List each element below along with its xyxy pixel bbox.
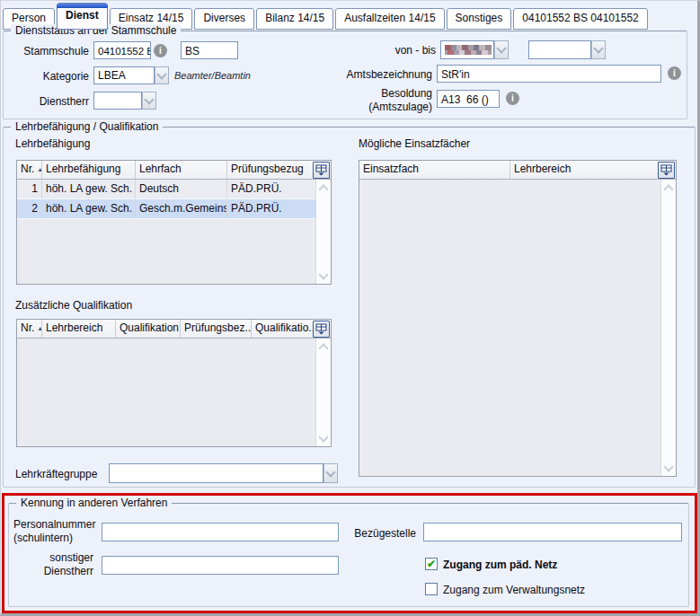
amtsbezeichnung-info-icon[interactable]	[668, 66, 681, 80]
cell-lehrbefaehigung: höh. LA gew. Sch.	[42, 199, 136, 218]
lehrbefaehigung-table: Nr. Lehrbefähigung Lehrfach Prüfungsbezu…	[16, 160, 332, 285]
dienstherr-dropdown-icon[interactable]	[142, 92, 156, 110]
column-chooser-icon	[315, 323, 327, 335]
column-chooser-button[interactable]	[313, 321, 330, 338]
cell-nr: 1	[17, 180, 42, 198]
dienstherr-combobox[interactable]	[93, 92, 156, 110]
column-header-lehrbereich[interactable]: Lehrbereich	[510, 161, 662, 179]
table-row-selected[interactable]: 2 höh. LA gew. Sch. Gesch.m.Gemeins... P…	[17, 199, 331, 219]
kategorie-value: LBEA	[93, 66, 155, 84]
column-header-qualifikation[interactable]: Qualifikation	[116, 320, 181, 338]
einsatzfaecher-table-header: Einsatzfach Lehrbereich	[359, 161, 676, 180]
besoldung-label-2: (Amtszulage)	[297, 101, 432, 113]
tab-diverses[interactable]: Diverses	[194, 8, 254, 30]
column-header-lehrbereich[interactable]: Lehrbereich	[42, 320, 116, 338]
amtsbezeichnung-input[interactable]: StR'in	[437, 65, 661, 83]
column-chooser-icon	[660, 164, 672, 176]
column-header-pruefungsbezug[interactable]: Prüfungsbez...	[181, 320, 252, 338]
tab-dienst[interactable]: Dienst	[57, 3, 108, 30]
scrollbar[interactable]	[315, 180, 331, 284]
column-chooser-icon	[315, 164, 327, 176]
dienstherr-value	[93, 92, 142, 110]
personalnummer-label-2: (schulintern)	[13, 532, 73, 544]
besoldung-info-icon[interactable]	[506, 92, 519, 105]
cell-pruefungsbezug: PÄD.PRÜ.	[227, 180, 317, 198]
stammschule-input[interactable]: 04101552 B	[93, 41, 151, 59]
bis-combobox[interactable]	[528, 40, 606, 59]
cell-nr: 2	[17, 199, 42, 218]
cell-lehrbefaehigung: höh. LA gew. Sch.	[42, 180, 136, 198]
group-kennung-title: Kennung in anderen Verfahren	[16, 497, 172, 509]
sonstiger-dienstherr-input[interactable]	[102, 556, 339, 575]
tab-bar: Person Dienst Einsatz 14/15 Diverses Bil…	[3, 3, 648, 30]
kategorie-dropdown-icon[interactable]	[155, 66, 169, 84]
scroll-down-icon[interactable]	[316, 431, 331, 445]
column-chooser-button[interactable]	[313, 162, 330, 179]
von-dropdown-icon[interactable]	[494, 40, 509, 59]
column-header-qualifikation-2[interactable]: Qualifikatio...	[252, 320, 317, 338]
cell-pruefungsbezug: PÄD.PRÜ.	[227, 199, 317, 218]
column-header-einsatzfach[interactable]: Einsatzfach	[359, 161, 510, 179]
paed-netz-checkbox[interactable]	[425, 558, 438, 570]
scrollbar[interactable]	[660, 180, 676, 476]
lehrkraeftegruppe-dropdown-icon[interactable]	[323, 463, 338, 483]
stammschule-info-icon[interactable]	[154, 44, 167, 57]
column-header-nr[interactable]: Nr.	[17, 320, 42, 338]
einsatzfaecher-label: Mögliche Einsatzfächer	[359, 137, 470, 150]
cell-lehrfach: Gesch.m.Gemeins...	[136, 199, 227, 218]
column-header-nr[interactable]: Nr.	[17, 161, 42, 179]
zusatz-qualifikation-table: Nr. Lehrbereich Qualifikation Prüfungsbe…	[16, 319, 332, 447]
lehrbefaehigung-label: Lehrbefähigung	[15, 137, 90, 150]
lehrkraeftegruppe-value	[109, 463, 323, 483]
tab-sonstiges[interactable]: Sonstiges	[447, 8, 512, 30]
amtsbezeichnung-label: Amtsbezeichnung	[297, 68, 432, 81]
scroll-up-icon[interactable]	[316, 180, 331, 195]
kategorie-label: Kategorie	[1, 70, 89, 83]
von-value-redacted	[440, 40, 494, 59]
kategorie-note: Beamter/Beamtin	[174, 70, 251, 81]
sonstiger-dienstherr-label-1: sonstiger	[13, 551, 93, 564]
zusatz-table-header: Nr. Lehrbereich Qualifikation Prüfungsbe…	[17, 320, 331, 339]
dienstherr-label: Dienstherr	[1, 95, 89, 108]
table-row[interactable]: 1 höh. LA gew. Sch. Deutsch PÄD.PRÜ.	[17, 180, 331, 199]
verwaltungsnetz-checkbox-label: Zugang zum Verwaltungsnetz	[443, 584, 585, 596]
zusatz-qualifikation-label: Zusätzliche Qualifikation	[15, 299, 132, 312]
bezuegestelle-label: Bezügestelle	[326, 527, 416, 540]
scroll-up-icon[interactable]	[316, 339, 331, 354]
tab-ausfallzeiten[interactable]: Ausfallzeiten 14/15	[335, 8, 444, 30]
besoldung-input[interactable]: A13 66 ()	[437, 90, 500, 108]
bis-value	[528, 40, 591, 59]
stammschule-art-input[interactable]: BS	[181, 41, 238, 59]
tab-bilanz[interactable]: Bilanz 14/15	[256, 8, 333, 30]
scroll-down-icon[interactable]	[316, 268, 331, 283]
paed-netz-checkbox-label: Zugang zum päd. Netz	[443, 559, 557, 571]
group-qualifikation-title: Lehrbefähigung / Qualifikation	[11, 120, 163, 133]
bis-dropdown-icon[interactable]	[591, 40, 606, 59]
column-header-pruefungsbezug[interactable]: Prüfungsbezug	[227, 161, 317, 179]
scroll-up-icon[interactable]	[661, 180, 676, 195]
stammschule-label: Stammschule	[1, 45, 89, 57]
column-header-lehrbefaehigung[interactable]: Lehrbefähigung	[42, 161, 136, 179]
cell-lehrfach: Deutsch	[136, 180, 227, 198]
personalnummer-input[interactable]: 123456789	[102, 523, 339, 541]
lehrkraeftegruppe-label: Lehrkräftegruppe	[15, 468, 97, 480]
personalnummer-label-1: Personalnummer	[13, 518, 95, 531]
einsatzfaecher-table: Einsatzfach Lehrbereich	[359, 160, 677, 477]
scrollbar[interactable]	[315, 339, 331, 446]
tab-school-id[interactable]: 04101552 BS 04101552	[513, 8, 647, 30]
bezuegestelle-input[interactable]	[423, 523, 682, 541]
von-combobox[interactable]	[440, 40, 509, 59]
dienst-form-window: Person Dienst Einsatz 14/15 Diverses Bil…	[0, 0, 700, 616]
von-bis-label: von - bis	[346, 44, 436, 57]
lehrbefaehigung-table-header: Nr. Lehrbefähigung Lehrfach Prüfungsbezu…	[17, 161, 331, 180]
scroll-down-icon[interactable]	[661, 461, 676, 475]
besoldung-label-1: Besoldung	[297, 87, 432, 100]
sonstiger-dienstherr-label-2: Dienstherr	[13, 565, 93, 577]
group-kennung: Kennung in anderen Verfahren	[8, 503, 689, 607]
column-header-lehrfach[interactable]: Lehrfach	[136, 161, 227, 179]
verwaltungsnetz-checkbox[interactable]	[425, 583, 438, 595]
redacted-date	[445, 45, 492, 55]
lehrkraeftegruppe-combobox[interactable]	[109, 463, 338, 483]
kategorie-combobox[interactable]: LBEA	[93, 66, 169, 84]
column-chooser-button[interactable]	[658, 162, 675, 179]
